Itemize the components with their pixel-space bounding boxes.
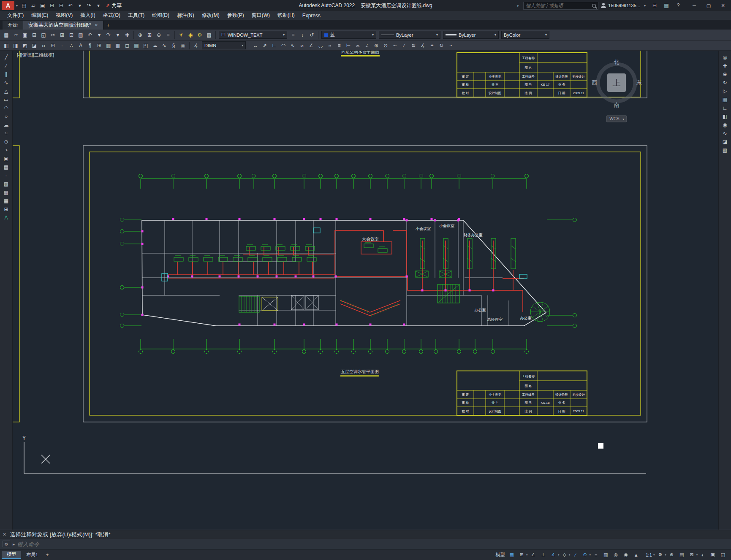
menu-edit[interactable]: 编辑(E) [27,11,52,20]
isolate-objects-icon[interactable]: ◐ [699,551,709,559]
region-icon[interactable]: ▦ [132,41,141,50]
ortho-icon[interactable]: ⊥ [539,551,549,559]
zoom-window-icon[interactable]: ⊞ [145,31,154,39]
point-icon[interactable]: ∙ [1,171,11,180]
dimstyle-dropdown[interactable]: DIMN [202,41,246,49]
autoscale-icon[interactable]: ▲ [632,551,643,559]
save-as-icon[interactable]: ⊞ [47,1,57,10]
ellipse-arc-icon[interactable]: ◔ [1,146,11,154]
annotation-monitor-icon[interactable]: ⊕ [668,551,678,559]
mtext-icon[interactable]: A [1,214,11,222]
match-properties-icon[interactable]: ▨ [76,31,85,39]
grip-point[interactable] [598,443,603,449]
lineweight-dropdown[interactable]: ByLayer [443,31,499,39]
view-manager-icon[interactable]: ◧ [720,112,730,121]
region-icon[interactable]: ▦ [1,197,11,205]
revcloud-icon[interactable]: ☁ [150,41,160,50]
menu-dimension[interactable]: 标注(N) [173,11,198,20]
undo-icon[interactable]: ↶ [66,1,75,10]
dim-continue-icon[interactable]: ⊢ [344,41,353,50]
donut-icon[interactable]: ◎ [178,41,188,50]
dim-radius-icon[interactable]: ◠ [279,41,288,50]
rectangle-icon[interactable]: ▭ [1,95,11,104]
menu-insert[interactable]: 插入(I) [76,11,99,20]
help-icon[interactable]: ? [674,1,683,10]
close-icon[interactable]: ✕ [3,532,6,537]
object-snap-tracking-icon[interactable]: ∕ [572,551,581,559]
isodraft-icon[interactable]: ◇▾ [561,551,572,559]
zoom-previous-icon[interactable]: ⊖ [154,31,163,39]
lock-ui-icon[interactable]: ⊠▾ [688,551,699,559]
drawing-canvas[interactable]: 四层空调水管平面图五层空调水管平面图工程名称图 名审 定业主意见工程编号设计阶段… [13,51,718,530]
apps-icon[interactable]: ▦ [662,1,671,10]
customize-command-icon[interactable]: ⚙ [3,541,10,547]
redo-icon[interactable]: ↷ [104,31,113,39]
revcloud-icon[interactable]: ☁ [1,121,11,129]
hatch-icon[interactable]: ▨ [1,180,11,188]
measure-icon[interactable]: ⌀ [39,41,48,50]
close-button[interactable]: ✕ [716,0,730,11]
menu-help[interactable]: 帮助(H) [274,11,299,20]
open-icon[interactable]: ▱ [29,1,38,10]
copy-icon[interactable]: ⊞ [57,31,67,39]
color-dropdown[interactable]: 蓝 [321,31,376,39]
draw-order-below-icon[interactable]: ◪ [30,41,39,50]
orbit-icon[interactable]: ↻ [720,78,730,87]
sun-icon[interactable]: ☀ [177,31,186,39]
show-motion-icon[interactable]: ▷ [720,87,730,95]
construction-line-icon[interactable]: ∕ [1,62,11,70]
app-menu-caret-icon[interactable]: ▾ [14,4,19,8]
new-icon[interactable]: ▤ [19,1,29,10]
save-icon[interactable]: ▣ [20,31,30,39]
dim-style-manager-icon[interactable]: ◔ [446,41,455,50]
layer-states-icon[interactable]: ≡ [288,31,298,39]
walk-icon[interactable]: ∿ [720,129,730,138]
store-icon[interactable]: ⊟ [650,1,659,10]
undo-caret-icon[interactable]: ▾ [75,1,84,10]
dim-baseline-icon[interactable]: ≡ [334,41,344,50]
multiline-icon[interactable]: ∥ [1,70,11,78]
pan-icon[interactable]: ✚ [720,62,730,70]
table-icon[interactable]: ⊞ [1,205,11,214]
ellipse-icon[interactable]: ⊙ [1,138,11,146]
undo-caret-icon[interactable]: ▾ [95,31,104,39]
menu-window[interactable]: 窗口(W) [248,11,274,20]
model-space-toggle[interactable]: 模型 [492,551,508,559]
viewport-controls[interactable]: [-][俯视][二维线框] [17,52,54,57]
redo-icon[interactable]: ↷ [84,1,94,10]
wcs-selector[interactable]: WCS▾ [606,116,627,122]
viewcube[interactable]: 上北南西东 [592,59,642,108]
open-icon[interactable]: ▱ [11,31,20,39]
make-block-icon[interactable]: ▤ [1,163,11,171]
osnap-icon[interactable]: ⊙▾ [581,551,592,559]
app-logo-button[interactable]: A [2,1,14,10]
command-input[interactable] [17,541,728,547]
menu-draw[interactable]: 绘图(D) [148,11,173,20]
dim-break-icon[interactable]: ≠ [362,41,372,50]
new-layout-button[interactable]: + [43,552,52,558]
quick-dim-icon[interactable]: ≈ [325,41,334,50]
render-settings-icon[interactable]: ⚙ [195,31,204,39]
dim-ordinate-icon[interactable]: ∟ [269,41,279,50]
center-mark-icon[interactable]: ⊙ [381,41,390,50]
snap-icon[interactable]: ⊞▾ [518,551,530,559]
dim-space-icon[interactable]: ≍ [353,41,362,50]
section-icon[interactable]: ◪ [720,138,730,146]
full-navigation-icon[interactable]: ◎ [720,53,730,62]
wipeout-icon[interactable]: ◰ [141,41,150,50]
tolerance-icon[interactable]: ⊕ [372,41,381,50]
lamp-icon[interactable]: ◉ [186,31,195,39]
dim-oblique-icon[interactable]: ∕ [399,41,409,50]
selection-cycling-icon[interactable]: ◎ [612,551,622,559]
menu-modify[interactable]: 修改(M) [198,11,223,20]
helix-icon[interactable]: § [169,41,178,50]
dim-aligned-icon[interactable]: ⇗ [260,41,269,50]
dim-jogline-icon[interactable]: ∼ [390,41,399,50]
render-icon[interactable]: ▨ [720,146,730,154]
quick-calc-icon[interactable]: ⊞ [48,41,57,50]
menu-parametric[interactable]: 参数(P) [223,11,248,20]
plot-icon[interactable]: ⊟ [57,1,66,10]
polar-tracking-icon[interactable]: ∡▾ [549,551,561,559]
save-icon[interactable]: ▣ [38,1,47,10]
polygon-icon[interactable]: △ [1,87,11,95]
